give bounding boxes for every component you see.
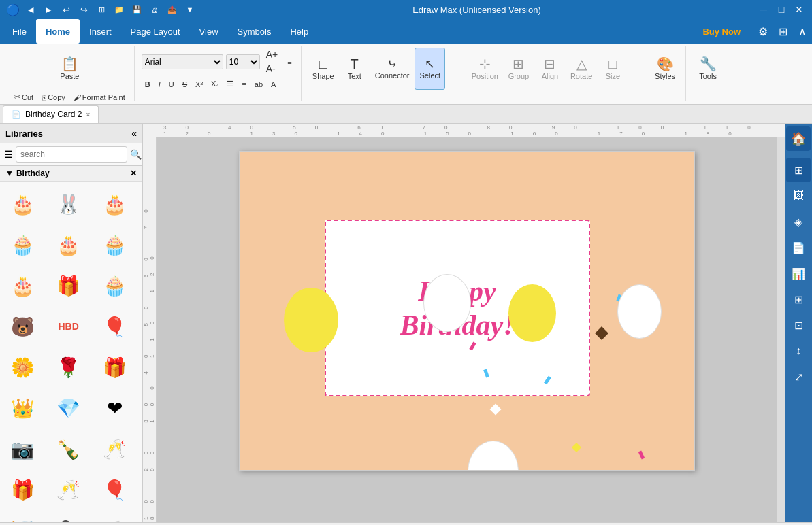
- menu-view[interactable]: View: [190, 19, 228, 44]
- strikethrough-btn[interactable]: S: [179, 78, 191, 90]
- category-close-btn[interactable]: ✕: [130, 169, 137, 178]
- cut-btn[interactable]: ✂ Cut: [11, 91, 37, 103]
- align-btn[interactable]: ≡: [284, 56, 295, 67]
- align-arrange-btn[interactable]: ⊟ Align: [535, 48, 565, 90]
- nav-forward-btn[interactable]: ▶: [41, 2, 56, 17]
- text-style-btn[interactable]: ab: [251, 78, 266, 90]
- menu-home[interactable]: Home: [36, 19, 80, 44]
- search-input[interactable]: [16, 146, 127, 163]
- list-btn[interactable]: ☰: [223, 78, 237, 90]
- right-panel-data-btn[interactable]: ⊡: [786, 313, 811, 337]
- search-btn[interactable]: 🔍: [130, 149, 142, 160]
- shape-item-s14[interactable]: 🌹: [49, 348, 88, 387]
- format-paint-btn[interactable]: 🖌 Format Paint: [70, 91, 129, 103]
- canvas-container[interactable]: 🍭 🍭 🍭: [157, 137, 777, 522]
- select-tool-btn[interactable]: ↖ Select: [415, 48, 445, 90]
- layout-icon[interactable]: ⊞: [776, 22, 790, 41]
- minimize-btn[interactable]: ─: [756, 2, 771, 17]
- font-size-select[interactable]: 10: [226, 54, 260, 69]
- bullets-btn[interactable]: ≡: [238, 78, 249, 90]
- shape-item-s3[interactable]: 🎂: [95, 184, 134, 224]
- redo-btn[interactable]: ↪: [76, 2, 91, 17]
- right-panel-shapes-btn[interactable]: ⊞: [786, 158, 811, 182]
- export-btn[interactable]: 📤: [165, 2, 180, 17]
- shape-item-s15[interactable]: 🎁: [95, 348, 134, 387]
- shape-item-s6[interactable]: 🧁: [95, 225, 134, 265]
- connector-tool-btn[interactable]: ⤷ Connector: [371, 48, 414, 90]
- shape-item-s27[interactable]: 🥂: [95, 511, 134, 522]
- buy-now-btn[interactable]: Buy Now: [693, 27, 750, 37]
- shape-item-s5[interactable]: 🎂: [49, 225, 88, 265]
- shape-item-s1[interactable]: 🎂: [3, 184, 42, 224]
- menu-file[interactable]: File: [3, 19, 36, 44]
- right-panel-home-btn[interactable]: 🏠: [786, 126, 811, 151]
- shape-item-s24[interactable]: 🎈: [95, 470, 134, 509]
- right-panel-layers-btn[interactable]: ◈: [786, 209, 811, 234]
- collapse-libraries-btn[interactable]: «: [131, 128, 137, 139]
- shape-item-s19[interactable]: 📷: [3, 429, 42, 469]
- subscript-btn[interactable]: X₂: [208, 78, 222, 90]
- shape-item-s16[interactable]: 👑: [3, 388, 42, 428]
- shape-item-s25[interactable]: 🎏: [3, 511, 42, 522]
- active-tab[interactable]: 📄 Birthday Card 2 ×: [3, 105, 99, 123]
- shape-item-s23[interactable]: 🥂: [49, 470, 88, 509]
- right-panel-pages-btn[interactable]: 📄: [786, 235, 811, 260]
- library-menu-btn[interactable]: ☰: [4, 149, 13, 160]
- shape-item-s12[interactable]: 🎈: [95, 307, 134, 346]
- shape-tool-btn[interactable]: □ Shape: [308, 48, 338, 90]
- shape-item-s10[interactable]: 🐻: [3, 307, 42, 346]
- italic-btn[interactable]: I: [155, 78, 164, 90]
- group-btn[interactable]: ⊞ Group: [504, 48, 534, 90]
- menu-page-layout[interactable]: Page Layout: [121, 19, 190, 44]
- tools-btn[interactable]: 🔧 Tools: [693, 48, 723, 90]
- menu-insert[interactable]: Insert: [80, 19, 121, 44]
- copy-btn[interactable]: ⎘ Copy: [38, 91, 69, 103]
- shape-item-s22[interactable]: 🎁: [3, 470, 42, 509]
- shape-item-s18[interactable]: ❤: [95, 388, 134, 428]
- menu-symbols[interactable]: Symbols: [228, 19, 281, 44]
- right-panel-fit-btn[interactable]: ⤢: [786, 365, 811, 389]
- text-tool-btn[interactable]: T Text: [340, 48, 370, 90]
- canvas-scrollbar[interactable]: [777, 137, 785, 522]
- nav-back-btn[interactable]: ◀: [23, 2, 38, 17]
- new-tab-btn[interactable]: ⊞: [94, 2, 109, 17]
- bold-btn[interactable]: B: [142, 78, 154, 90]
- font-shrink-btn[interactable]: A-: [263, 62, 282, 75]
- shape-item-s17[interactable]: 💎: [49, 388, 88, 428]
- open-btn[interactable]: 📁: [112, 2, 127, 17]
- paste-btn[interactable]: 📋 Paste: [54, 48, 84, 90]
- shape-item-s21[interactable]: 🥂: [95, 429, 134, 469]
- shape-item-s2[interactable]: 🐰: [49, 184, 88, 224]
- shape-item-s7[interactable]: 🎂: [3, 266, 42, 305]
- menu-help[interactable]: Help: [280, 19, 318, 44]
- shape-item-s20[interactable]: 🍾: [49, 429, 88, 469]
- underline-btn[interactable]: U: [165, 78, 178, 90]
- undo-btn[interactable]: ↩: [59, 2, 74, 17]
- font-color-btn[interactable]: A: [267, 78, 279, 90]
- more-btn[interactable]: ▼: [182, 2, 197, 17]
- shape-item-s8[interactable]: 🎁: [49, 266, 88, 305]
- category-expand-icon[interactable]: ▼: [5, 169, 14, 178]
- right-panel-link-btn[interactable]: ↕: [786, 339, 811, 363]
- shape-item-s11[interactable]: HBD: [49, 307, 88, 346]
- maximize-btn[interactable]: □: [774, 2, 789, 17]
- shape-item-s26[interactable]: 🎥: [49, 511, 88, 522]
- superscript-btn[interactable]: X²: [192, 78, 206, 90]
- save-btn[interactable]: 💾: [129, 2, 144, 17]
- position-btn[interactable]: ⊹ Position: [468, 48, 502, 90]
- shape-item-s9[interactable]: 🧁: [95, 266, 134, 305]
- close-btn[interactable]: ✕: [792, 2, 807, 17]
- shape-item-s4[interactable]: 🧁: [3, 225, 42, 265]
- right-panel-image-btn[interactable]: 🖼: [786, 184, 811, 208]
- tab-close-btn[interactable]: ×: [86, 111, 90, 118]
- font-grow-btn[interactable]: A+: [263, 48, 282, 61]
- print-btn[interactable]: 🖨: [147, 2, 162, 17]
- right-panel-table-btn[interactable]: ⊞: [786, 287, 811, 311]
- settings-icon[interactable]: ⚙: [756, 22, 770, 41]
- right-panel-chart-btn[interactable]: 📊: [786, 261, 811, 286]
- rotate-btn[interactable]: △ Rotate: [566, 48, 596, 90]
- shape-item-s13[interactable]: 🌼: [3, 348, 42, 387]
- font-family-select[interactable]: Arial: [142, 54, 223, 69]
- size-btn[interactable]: □ Size: [598, 48, 628, 90]
- collapse-icon[interactable]: ∧: [796, 22, 809, 41]
